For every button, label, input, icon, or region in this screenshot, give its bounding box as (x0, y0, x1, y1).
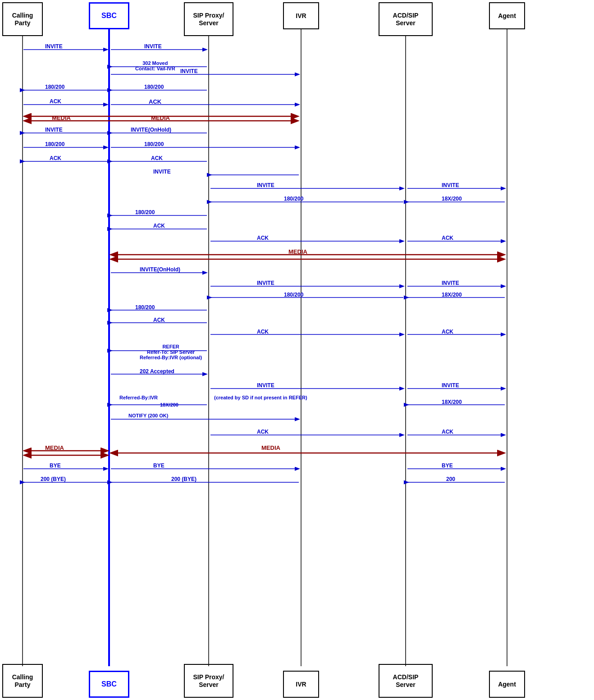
acd-bottom: ACD/SIPServer (379, 664, 433, 698)
label-180-2a: 180/200 (45, 141, 64, 147)
label-ack-1b: ACK (149, 98, 161, 105)
label-invite-oh-a: INVITE (45, 127, 63, 133)
sequence-arrows (0, 0, 594, 700)
sbc-top: SBC (89, 2, 129, 29)
label-180-proxy-2: 180/200 (135, 209, 155, 215)
label-invite-oh2: INVITE(OnHold) (140, 266, 180, 273)
label-invite-acd2: INVITE (257, 280, 274, 286)
label-202: 202 Accepted (140, 368, 174, 375)
label-ack-agent-2: ACK (442, 329, 453, 335)
label-ack-2a: ACK (50, 155, 61, 161)
label-ack-agent-3: ACK (442, 429, 453, 435)
label-200bye-a: 200 (BYE) (41, 476, 66, 482)
label-bye-c: BYE (442, 462, 453, 469)
label-ack-acd: ACK (257, 235, 269, 241)
label-18x-agent-3: 18X/200 (442, 399, 462, 405)
label-18x-agent-1: 18X/200 (442, 196, 462, 202)
sequence-diagram: CallingParty SBC SIP Proxy/Server IVR AC… (0, 0, 594, 700)
label-18x-agent-2: 18X/200 (442, 292, 462, 298)
calling-party-bottom: CallingParty (2, 664, 43, 698)
agent-bottom: Agent (489, 671, 525, 698)
label-invite-oh-b: INVITE(OnHold) (131, 127, 171, 133)
calling-party-top: CallingParty (2, 2, 43, 36)
label-media-1b: MEDIA (151, 114, 170, 121)
ivr-top: IVR (283, 2, 319, 29)
label-ack-proxy-2: ACK (153, 317, 165, 323)
proxy-bottom: SIP Proxy/Server (184, 664, 233, 698)
label-media-3b: MEDIA (261, 444, 280, 451)
label-invite-acd: INVITE (257, 182, 274, 188)
label-200-c: 200 (446, 476, 455, 482)
label-created-by: (created by SD if not present in REFER) (214, 395, 307, 400)
label-bye-a: BYE (50, 462, 61, 469)
label-invite-1b: INVITE (144, 43, 162, 50)
label-invite-agent-3: INVITE (442, 382, 459, 389)
label-302: 302 MovedContact: Vail-IVR (135, 60, 175, 71)
label-ack-acd2: ACK (257, 329, 269, 335)
label-invite-ivr: INVITE (180, 68, 198, 74)
label-180-1a: 180/200 (45, 84, 64, 90)
label-180-2b: 180/200 (144, 141, 164, 147)
label-180-acd: 180/200 (284, 196, 303, 202)
label-180-1b: 180/200 (144, 84, 164, 90)
label-invite-1a: INVITE (45, 43, 63, 50)
label-invite-acd3: INVITE (257, 382, 274, 389)
label-media-2: MEDIA (288, 248, 307, 255)
label-180-acd2: 180/200 (284, 292, 303, 298)
label-media-3a: MEDIA (45, 444, 64, 451)
label-media-1a: MEDIA (52, 114, 71, 121)
label-200bye-b: 200 (BYE) (171, 476, 196, 482)
label-ack-acd3: ACK (257, 429, 269, 435)
acd-top: ACD/SIPServer (379, 2, 433, 36)
label-18x-proxy: 18X/200 (160, 402, 178, 407)
label-invite-agent-2: INVITE (442, 280, 459, 286)
label-notify: NOTIFY (200 OK) (128, 413, 168, 418)
label-ack-1a: ACK (50, 98, 61, 105)
label-refer: REFERRefer-To: SIP ServerReferred-By:IVR… (140, 344, 202, 360)
label-ack-sbc: ACK (153, 223, 165, 229)
agent-top: Agent (489, 2, 525, 29)
sbc-bottom: SBC (89, 671, 129, 698)
label-ack-2b: ACK (151, 155, 163, 161)
label-invite-agent-1: INVITE (442, 182, 459, 188)
ivr-bottom: IVR (283, 671, 319, 698)
label-ack-agent-1: ACK (442, 235, 453, 241)
proxy-top: SIP Proxy/Server (184, 2, 233, 36)
label-invite-from-ivr: INVITE (153, 169, 171, 175)
label-180-proxy-3: 180/200 (135, 304, 155, 311)
label-bye-b: BYE (153, 462, 164, 469)
label-referred-by: Referred-By:IVR (119, 395, 158, 400)
